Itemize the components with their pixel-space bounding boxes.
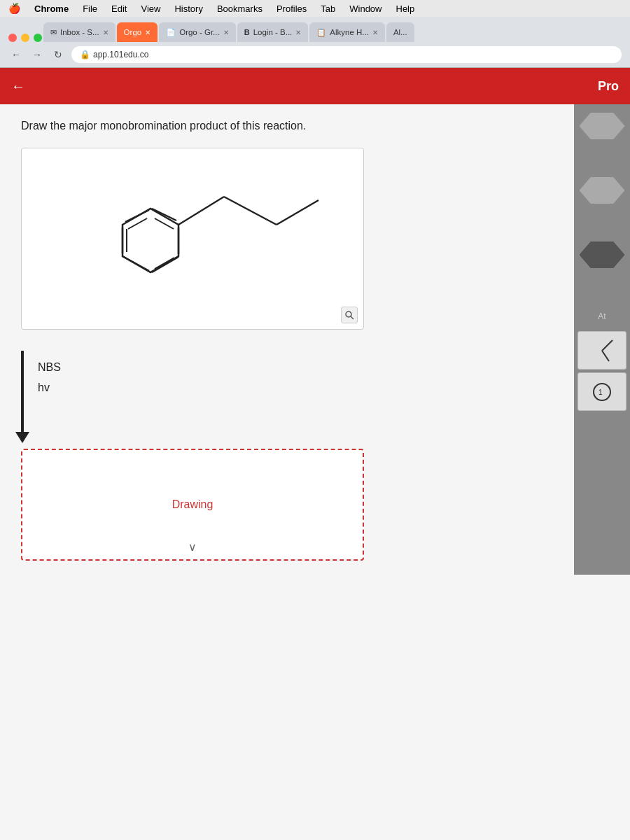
svg-line-18 <box>351 316 354 319</box>
red-header: ← Pro <box>0 68 630 104</box>
reagent-hv: hv <box>38 378 61 398</box>
menu-window[interactable]: Window <box>349 4 382 14</box>
tab-bar: ✉ Inbox - S... ✕ Orgo ✕ 📄 Orgo - Gr... ✕… <box>0 17 630 42</box>
zoom-icon[interactable] <box>341 307 358 323</box>
thumbnail-1[interactable] <box>578 331 626 370</box>
svg-text:1: 1 <box>598 388 603 396</box>
sidebar-at-label: At <box>598 312 606 321</box>
hex-4 <box>580 209 625 236</box>
thumbnail-2[interactable]: 1 <box>578 372 626 411</box>
molecule-display-box <box>21 148 364 330</box>
hex-sidebar: At 1 <box>574 104 630 575</box>
svg-line-15 <box>155 258 174 269</box>
reagent-nbs: NBS <box>38 358 61 378</box>
tab-inbox-close[interactable]: ✕ <box>103 29 108 36</box>
inbox-tab-icon: ✉ <box>50 28 57 37</box>
pro-label: Pro <box>598 79 619 94</box>
login-tab-icon: B <box>244 28 250 36</box>
svg-line-20 <box>602 351 609 361</box>
traffic-lights <box>6 34 42 42</box>
orgo2-tab-icon: 📄 <box>166 28 176 37</box>
svg-line-6 <box>178 197 224 225</box>
url-bar[interactable]: 🔒 app.101edu.co <box>71 46 622 63</box>
svg-line-13 <box>122 256 149 271</box>
hex-6 <box>580 274 625 300</box>
fullscreen-window-button[interactable] <box>34 34 42 42</box>
hex-1 <box>580 113 625 139</box>
tab-al-label: Al... <box>393 28 407 36</box>
mac-frame: 🍎 Chrome File Edit View History Bookmark… <box>0 0 630 840</box>
url-text: app.101edu.co <box>93 50 148 59</box>
svg-line-7 <box>224 197 276 225</box>
tab-login-label: Login - B... <box>253 28 293 36</box>
menu-view[interactable]: View <box>141 4 160 14</box>
browser-chrome: ✉ Inbox - S... ✕ Orgo ✕ 📄 Orgo - Gr... ✕… <box>0 17 630 68</box>
tab-alkyne-close[interactable]: ✕ <box>372 29 378 36</box>
svg-line-9 <box>125 210 149 222</box>
tab-orgo2-close[interactable]: ✕ <box>223 29 229 36</box>
tab-login[interactable]: B Login - B... ✕ <box>237 22 309 42</box>
menu-history[interactable]: History <box>174 4 202 14</box>
reaction-section: NBS hv <box>21 344 553 435</box>
menu-chrome[interactable]: Chrome <box>34 4 69 14</box>
tab-orgo2-label: Orgo - Gr... <box>179 28 220 36</box>
hex-3 <box>580 177 625 204</box>
menu-bar: 🍎 Chrome File Edit View History Bookmark… <box>0 0 630 17</box>
drawing-box[interactable]: Drawing ∨ <box>21 449 364 561</box>
tab-orgo-label: Orgo <box>124 28 142 36</box>
reload-button[interactable]: ↻ <box>50 47 66 62</box>
tab-alkyne[interactable]: 📋 Alkyne H... ✕ <box>309 22 385 42</box>
reaction-arrow-container <box>21 344 24 435</box>
page-back-button[interactable]: ← <box>11 78 25 94</box>
content-area: Draw the major monobromination product o… <box>0 104 574 575</box>
forward-button[interactable]: → <box>29 47 45 62</box>
question-text: Draw the major monobromination product o… <box>21 118 553 134</box>
chevron-down-icon: ∨ <box>188 540 197 554</box>
svg-line-14 <box>152 257 178 272</box>
tab-inbox[interactable]: ✉ Inbox - S... ✕ <box>43 22 115 42</box>
address-bar: ← → ↻ 🔒 app.101edu.co <box>0 42 630 67</box>
drawing-box-label: Drawing <box>172 498 214 511</box>
menu-help[interactable]: Help <box>396 4 415 14</box>
main-content: Draw the major monobromination product o… <box>0 104 630 575</box>
menu-profiles[interactable]: Profiles <box>276 4 307 14</box>
tab-orgo[interactable]: Orgo ✕ <box>117 22 158 42</box>
close-window-button[interactable] <box>8 34 17 42</box>
apple-menu[interactable]: 🍎 <box>8 3 20 14</box>
back-button[interactable]: ← <box>8 47 24 62</box>
tab-inbox-label: Inbox - S... <box>60 28 99 36</box>
menu-tab[interactable]: Tab <box>321 4 335 14</box>
tab-al[interactable]: Al... <box>386 22 414 42</box>
svg-point-17 <box>346 312 351 317</box>
tab-orgo-close[interactable]: ✕ <box>145 29 150 36</box>
hex-5 <box>580 241 625 268</box>
page-content: ← Pro Draw the major monobromination pro… <box>0 68 630 840</box>
menu-bookmarks[interactable]: Bookmarks <box>217 4 262 14</box>
menu-edit[interactable]: Edit <box>111 4 127 14</box>
tab-orgo2[interactable]: 📄 Orgo - Gr... ✕ <box>159 22 236 42</box>
molecule-svg <box>46 158 340 319</box>
minimize-window-button[interactable] <box>21 34 29 42</box>
tab-alkyne-label: Alkyne H... <box>330 28 369 36</box>
menu-file[interactable]: File <box>83 4 97 14</box>
svg-line-8 <box>276 200 318 225</box>
svg-line-19 <box>602 340 612 351</box>
alkyne-tab-icon: 📋 <box>316 28 326 37</box>
hex-2 <box>580 145 625 172</box>
reaction-arrow <box>21 351 24 435</box>
tab-login-close[interactable]: ✕ <box>295 29 301 36</box>
reagents-list: NBS hv <box>38 344 61 398</box>
